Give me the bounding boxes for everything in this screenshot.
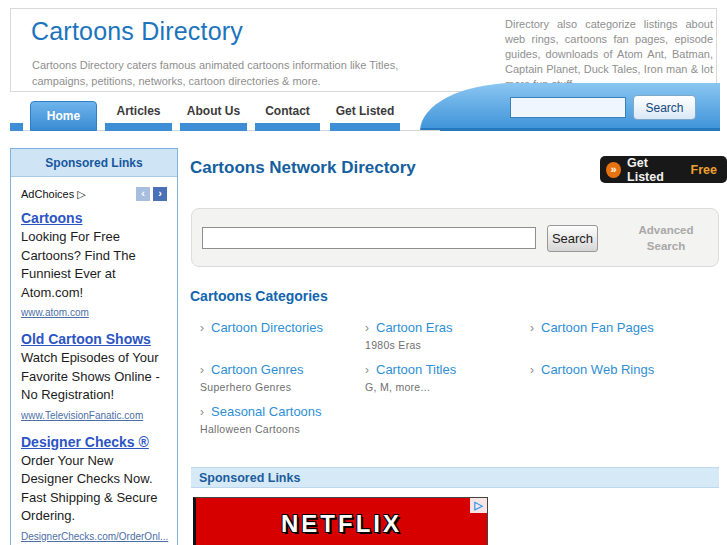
category-item: › Cartoon Fan Pages [530,320,690,335]
ad-url-link[interactable]: DesignerChecks.com/OrderOnl... [21,530,168,543]
nav-item-about-us[interactable]: About Us [180,104,247,124]
category-bullet-icon: › [530,321,534,335]
sidebar-title: Sponsored Links [11,149,177,177]
categories-heading: Cartoons Categories [190,288,328,304]
sidebar-sponsored-links: Sponsored Links AdChoices ▷ ‹ › Cartoons… [10,148,178,545]
netflix-banner-ad[interactable]: NETFLIX ▷ [193,497,488,545]
sidebar-ad: Old Cartoon Shows Watch Episodes of Your… [21,330,167,423]
page-title: Cartoons Network Directory [190,158,416,178]
sidebar-body: AdChoices ▷ ‹ › Cartoons Looking For Fre… [11,177,177,545]
nav-underline-about-us [180,123,247,131]
get-listed-free-label: Free [691,163,717,177]
sidebar-ad: Cartoons Looking For Free Cartoons? Find… [21,209,167,320]
banner-adchoices-icon[interactable]: ▷ [470,498,487,513]
nav-item-home[interactable]: Home [30,101,97,131]
category-item: › Cartoon Titles G, M, more... [365,362,525,393]
directory-search-button[interactable]: Search [547,225,598,252]
adchoices-row: AdChoices ▷ ‹ › [21,187,167,201]
ad-url-link[interactable]: www.atom.com [21,306,89,319]
site-subtitle: Cartoons Directory caters famous animate… [32,57,442,89]
chevrons-icon: » [606,162,621,178]
nav-item-contact[interactable]: Contact [255,104,320,124]
sidebar-ad: Designer Checks ® Order Your New Designe… [21,433,167,544]
sponsored-links-heading: Sponsored Links [191,467,719,488]
get-listed-label: Get Listed [627,156,685,184]
category-link[interactable]: Cartoon Fan Pages [541,320,654,335]
category-link[interactable]: Seasonal Cartoons [211,404,322,419]
category-link[interactable]: Cartoon Eras [376,320,453,335]
get-listed-free-button[interactable]: » Get Listed Free [600,156,727,183]
ad-url-link[interactable]: www.TelevisionFanatic.com [21,409,143,422]
advanced-search-link[interactable]: Advanced Search [630,222,702,254]
ad-prev-icon[interactable]: ‹ [136,187,150,201]
header: Cartoons Directory Cartoons Directory ca… [10,8,717,92]
category-link[interactable]: Cartoon Directories [211,320,323,335]
directory-search-input[interactable] [202,227,536,249]
category-link[interactable]: Cartoon Titles [376,362,456,377]
category-bullet-icon: › [200,321,204,335]
category-link[interactable]: Cartoon Genres [211,362,304,377]
ad-pager: ‹ › [136,187,167,201]
nav-item-articles[interactable]: Articles [105,104,172,124]
category-sub-label: Superhero Genres [200,381,360,393]
category-item: › Cartoon Web Rings [530,362,690,377]
site-description: Directory also categorize listings about… [505,17,713,92]
nav-underline-contact [255,123,320,131]
nav-left-stub [10,123,23,131]
category-bullet-icon: › [530,363,534,377]
ad-text: Watch Episodes of Your Favorite Shows On… [21,349,167,405]
category-sub-label: Halloween Cartoons [200,423,360,435]
category-item: › Seasonal Cartoons Halloween Cartoons [200,404,360,435]
site-title: Cartoons Directory [31,17,243,46]
category-link[interactable]: Cartoon Web Rings [541,362,654,377]
ad-text: Order Your New Designer Checks Now. Fast… [21,452,167,526]
category-sub-label: G, M, more... [365,381,525,393]
adchoices-label[interactable]: AdChoices [21,188,74,200]
category-bullet-icon: › [200,405,204,419]
ad-next-icon[interactable]: › [153,187,167,201]
ad-title-link[interactable]: Designer Checks ® [21,434,149,451]
netflix-logo: NETFLIX [196,510,487,538]
category-item: › Cartoon Eras 1980s Eras [365,320,525,351]
category-bullet-icon: › [365,321,369,335]
category-item: › Cartoon Genres Superhero Genres [200,362,360,393]
category-bullet-icon: › [365,363,369,377]
top-search-button[interactable]: Search [633,95,696,120]
page: Cartoons Directory Cartoons Directory ca… [0,0,727,545]
category-sub-label: 1980s Eras [365,339,525,351]
nav-item-get-listed[interactable]: Get Listed [330,104,400,124]
directory-search-panel: Search Advanced Search [191,208,719,267]
nav-underline-articles [105,123,172,131]
nav-underline-get-listed [330,123,400,131]
ad-title-link[interactable]: Cartoons [21,210,82,227]
category-item: › Cartoon Directories [200,320,360,335]
top-search-input[interactable] [510,97,626,118]
adchoices-icon[interactable]: ▷ [77,188,85,201]
ad-text: Looking For Free Cartoons? Find The Funn… [21,228,167,302]
ad-title-link[interactable]: Old Cartoon Shows [21,331,151,348]
category-bullet-icon: › [200,363,204,377]
